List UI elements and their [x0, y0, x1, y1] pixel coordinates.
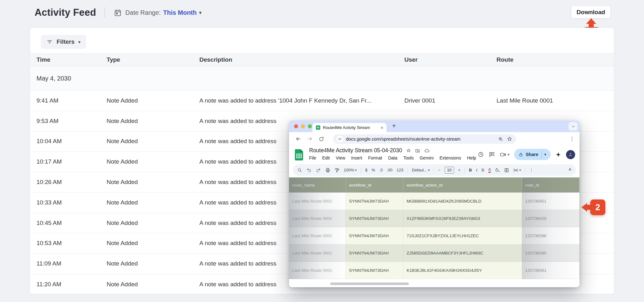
sheet-row[interactable]: Last Mile Route 0001 SYNNTN4JW73DAH K1B3…: [289, 262, 580, 279]
sheets-logo-icon[interactable]: [294, 149, 304, 160]
menu-edit[interactable]: Edit: [322, 155, 330, 160]
window-close-button[interactable]: [294, 124, 298, 128]
doc-title[interactable]: Route4Me Activity Stream 05-04-2030: [309, 147, 402, 154]
browser-tab-strip: Route4Me Activity Stream × +: [289, 120, 580, 132]
chevron-down-icon: ▾: [199, 10, 202, 15]
sheet-column-note-id[interactable]: note_id: [522, 177, 580, 193]
menu-gemini[interactable]: Gemini: [419, 155, 433, 160]
gemini-sparkle-icon[interactable]: [555, 152, 561, 158]
sheet-column-route-name[interactable]: route_name: [289, 177, 346, 193]
column-header-type: Type: [107, 56, 199, 63]
sheet-row[interactable]: Last Mile Route 0001 SYNNTN4JW73DAH ZJ58…: [289, 244, 580, 262]
callout-2-number: 2: [590, 199, 605, 215]
toolbar-more-icon[interactable]: ⋮: [529, 168, 533, 172]
sheet-column-workflow-id[interactable]: workflow_id: [346, 177, 403, 193]
font-size-field[interactable]: 10: [445, 167, 454, 174]
new-tab-button[interactable]: +: [392, 122, 396, 130]
font-select[interactable]: Defaul... ▾: [412, 168, 430, 172]
format-currency-button[interactable]: $: [365, 168, 367, 172]
increase-decimal-button[interactable]: .00: [387, 168, 392, 172]
star-doc-icon[interactable]: [406, 148, 411, 153]
move-folder-icon[interactable]: [415, 148, 420, 153]
version-history-icon[interactable]: [478, 151, 484, 158]
page-title: Activity Feed: [35, 7, 96, 18]
filters-button[interactable]: Filters ▾: [41, 35, 86, 49]
date-range-value: This Month: [163, 9, 197, 16]
share-options-chevron-icon[interactable]: ▾: [542, 152, 549, 157]
collapse-toolbar-icon[interactable]: ^: [569, 167, 571, 173]
date-range-label: Date Range:: [125, 9, 161, 16]
tab-close-icon[interactable]: ×: [380, 125, 383, 130]
url-text: docs.google.com/spreadsheets/route4me-ac…: [346, 137, 494, 142]
menu-format[interactable]: Format: [368, 155, 382, 160]
meet-camera-button[interactable]: ▾: [500, 151, 509, 158]
merge-cells-button[interactable]: ▾: [513, 168, 521, 173]
sheets-toolbar: 100% ▾ $ % .0 .00 123 Defaul... ▾ − 10 +…: [293, 164, 576, 176]
sheet-row[interactable]: Last Mile Route 0001 SYNNTN4JW73DAH MGBB…: [289, 193, 580, 210]
account-avatar[interactable]: [566, 150, 575, 159]
menu-tools[interactable]: Tools: [403, 155, 414, 160]
menu-insert[interactable]: Insert: [351, 155, 362, 160]
fill-color-icon[interactable]: [495, 168, 500, 173]
bold-button[interactable]: B: [469, 168, 472, 172]
browser-tab[interactable]: Route4Me Activity Stream ×: [313, 123, 386, 132]
zoom-select[interactable]: 100% ▾: [344, 168, 357, 172]
zoom-icon[interactable]: [498, 137, 503, 142]
sheets-header: Route4Me Activity Stream 05-04-2030 File…: [289, 146, 580, 164]
bookmark-star-icon[interactable]: [507, 136, 512, 142]
increase-font-size-button[interactable]: +: [458, 168, 461, 172]
search-icon[interactable]: [297, 168, 302, 173]
reload-icon[interactable]: [319, 136, 324, 142]
window-minimize-button[interactable]: [301, 124, 305, 128]
sheet-row[interactable]: Last Mile Route 0001 SYNNTN4JW73DAH X1ZF…: [289, 210, 580, 227]
strikethrough-button[interactable]: S: [481, 168, 484, 172]
date-range-selector[interactable]: This Month ▾: [163, 9, 202, 16]
date-group-row: May 4, 2030: [30, 66, 614, 91]
sheet-row[interactable]: Last Mile Route 0001 SYNNTN4JW73DAH 71GJ…: [289, 227, 580, 244]
chevron-down-icon: ▾: [355, 168, 357, 172]
comments-icon[interactable]: [489, 151, 495, 158]
sheet-column-workflow-action-id[interactable]: workflow_action_id: [403, 177, 522, 193]
undo-icon[interactable]: [306, 167, 312, 173]
menu-help[interactable]: Help: [467, 155, 476, 160]
sheets-favicon-icon: [316, 125, 320, 130]
forward-icon[interactable]: [307, 136, 313, 142]
share-button[interactable]: Share ▾: [514, 149, 551, 160]
browser-menu-icon[interactable]: ⋮: [569, 136, 575, 142]
decrease-font-size-button[interactable]: −: [438, 168, 441, 172]
more-formats-button[interactable]: 123: [397, 168, 403, 172]
sheet-footer: [289, 279, 580, 287]
menu-data[interactable]: Data: [388, 155, 397, 160]
column-header-user: User: [404, 56, 497, 63]
decrease-decimal-button[interactable]: .0: [379, 168, 383, 172]
tab-overview-chevron-button[interactable]: [569, 122, 578, 131]
share-label: Share: [526, 152, 538, 157]
doc-title-row: Route4Me Activity Stream 05-04-2030: [309, 147, 430, 154]
chevron-down-icon: ▾: [519, 168, 521, 172]
format-percent-button[interactable]: %: [372, 168, 375, 172]
menu-extensions[interactable]: Extensions: [440, 155, 461, 160]
menu-view[interactable]: View: [336, 155, 345, 160]
activity-feed-page: Activity Feed Date Range: This Month ▾ D…: [0, 0, 644, 302]
italic-button[interactable]: I: [476, 168, 477, 173]
chevron-down-icon: ▾: [428, 168, 430, 172]
menu-file[interactable]: File: [309, 155, 316, 160]
chevron-down-icon: [571, 124, 575, 129]
cloud-status-icon[interactable]: [424, 148, 430, 153]
paint-format-icon[interactable]: [335, 168, 340, 173]
site-info-icon[interactable]: [337, 136, 343, 142]
url-bar[interactable]: docs.google.com/spreadsheets/route4me-ac…: [333, 134, 516, 144]
horizontal-scrollbar[interactable]: [330, 282, 409, 285]
filter-icon: [47, 39, 53, 45]
back-icon[interactable]: [295, 136, 301, 142]
print-icon[interactable]: [325, 167, 330, 173]
sheets-menubar: File Edit View Insert Format Data Tools …: [309, 155, 476, 160]
window-zoom-button[interactable]: [308, 124, 312, 128]
browser-address-bar: docs.google.com/spreadsheets/route4me-ac…: [289, 132, 580, 146]
download-button[interactable]: Download: [571, 6, 611, 19]
text-color-button[interactable]: A: [488, 167, 491, 173]
borders-icon[interactable]: [504, 168, 509, 173]
redo-icon[interactable]: [316, 167, 321, 173]
feed-row[interactable]: 9:41 AM Note Added A note was added to a…: [30, 91, 614, 111]
chevron-down-icon: ▾: [78, 40, 80, 44]
